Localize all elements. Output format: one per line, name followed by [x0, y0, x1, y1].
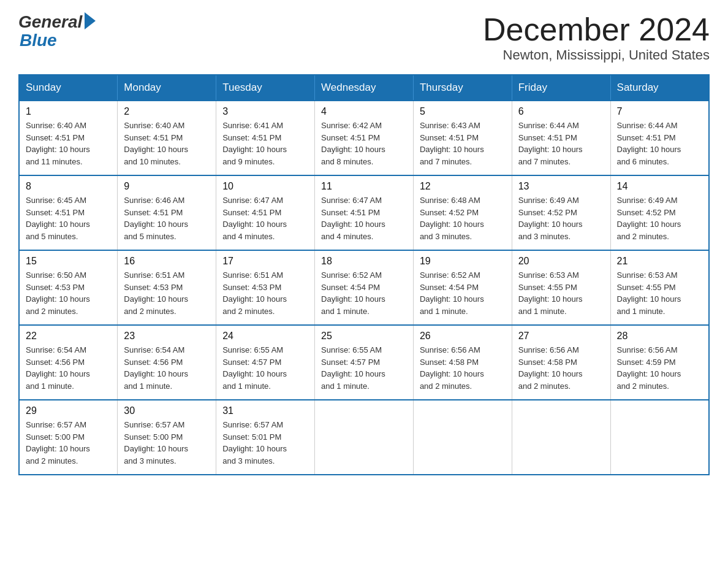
calendar-cell: 24Sunrise: 6:55 AMSunset: 4:57 PMDayligh…: [216, 325, 315, 400]
logo: General Blue: [18, 12, 96, 49]
logo-arrow-icon: [85, 12, 96, 29]
calendar-cell: 16Sunrise: 6:51 AMSunset: 4:53 PMDayligh…: [118, 250, 216, 325]
header-saturday: Saturday: [610, 75, 709, 101]
day-number: 17: [222, 256, 308, 267]
day-number: 10: [222, 181, 308, 192]
day-info: Sunrise: 6:50 AMSunset: 4:53 PMDaylight:…: [26, 269, 111, 317]
day-number: 23: [124, 331, 210, 342]
day-number: 25: [321, 331, 407, 342]
calendar-cell: 10Sunrise: 6:47 AMSunset: 4:51 PMDayligh…: [216, 175, 315, 250]
day-info: Sunrise: 6:40 AMSunset: 4:51 PMDaylight:…: [26, 120, 111, 167]
calendar-cell: [315, 400, 414, 475]
day-number: 14: [617, 181, 702, 192]
day-info: Sunrise: 6:54 AMSunset: 4:56 PMDaylight:…: [26, 344, 111, 392]
day-number: 11: [321, 181, 407, 192]
calendar-week-2: 8Sunrise: 6:45 AMSunset: 4:51 PMDaylight…: [19, 175, 709, 250]
page-subtitle: Newton, Mississippi, United States: [483, 47, 710, 63]
day-number: 21: [617, 256, 702, 267]
day-number: 4: [321, 106, 407, 117]
day-info: Sunrise: 6:48 AMSunset: 4:52 PMDaylight:…: [420, 194, 506, 242]
day-number: 27: [518, 331, 604, 342]
calendar-cell: 31Sunrise: 6:57 AMSunset: 5:01 PMDayligh…: [216, 400, 315, 475]
day-info: Sunrise: 6:49 AMSunset: 4:52 PMDaylight:…: [518, 194, 604, 242]
day-number: 22: [26, 331, 111, 342]
day-info: Sunrise: 6:52 AMSunset: 4:54 PMDaylight:…: [321, 269, 407, 317]
day-number: 28: [617, 331, 702, 342]
day-info: Sunrise: 6:43 AMSunset: 4:51 PMDaylight:…: [420, 120, 506, 167]
day-info: Sunrise: 6:49 AMSunset: 4:52 PMDaylight:…: [617, 194, 702, 242]
logo-general-text: General: [18, 12, 82, 32]
day-number: 30: [124, 405, 210, 416]
calendar-cell: 6Sunrise: 6:44 AMSunset: 4:51 PMDaylight…: [512, 101, 610, 175]
day-info: Sunrise: 6:51 AMSunset: 4:53 PMDaylight:…: [124, 269, 210, 317]
day-info: Sunrise: 6:40 AMSunset: 4:51 PMDaylight:…: [124, 120, 210, 167]
day-info: Sunrise: 6:51 AMSunset: 4:53 PMDaylight:…: [222, 269, 308, 317]
day-info: Sunrise: 6:47 AMSunset: 4:51 PMDaylight:…: [321, 194, 407, 242]
day-info: Sunrise: 6:56 AMSunset: 4:59 PMDaylight:…: [617, 344, 702, 392]
day-number: 31: [222, 405, 308, 416]
day-info: Sunrise: 6:57 AMSunset: 5:00 PMDaylight:…: [26, 419, 111, 467]
calendar-cell: 21Sunrise: 6:53 AMSunset: 4:55 PMDayligh…: [610, 250, 709, 325]
calendar-cell: 14Sunrise: 6:49 AMSunset: 4:52 PMDayligh…: [610, 175, 709, 250]
calendar-cell: 25Sunrise: 6:55 AMSunset: 4:57 PMDayligh…: [315, 325, 414, 400]
day-info: Sunrise: 6:55 AMSunset: 4:57 PMDaylight:…: [222, 344, 308, 392]
header-wednesday: Wednesday: [315, 75, 414, 101]
calendar-cell: 7Sunrise: 6:44 AMSunset: 4:51 PMDaylight…: [610, 101, 709, 175]
calendar-cell: [512, 400, 610, 475]
calendar-cell: 30Sunrise: 6:57 AMSunset: 5:00 PMDayligh…: [118, 400, 216, 475]
page-header: General Blue December 2024 Newton, Missi…: [18, 12, 710, 63]
calendar-week-3: 15Sunrise: 6:50 AMSunset: 4:53 PMDayligh…: [19, 250, 709, 325]
calendar-cell: 28Sunrise: 6:56 AMSunset: 4:59 PMDayligh…: [610, 325, 709, 400]
day-number: 15: [26, 256, 111, 267]
calendar-week-4: 22Sunrise: 6:54 AMSunset: 4:56 PMDayligh…: [19, 325, 709, 400]
day-number: 24: [222, 331, 308, 342]
day-info: Sunrise: 6:44 AMSunset: 4:51 PMDaylight:…: [617, 120, 702, 167]
header-sunday: Sunday: [19, 75, 118, 101]
calendar-cell: 17Sunrise: 6:51 AMSunset: 4:53 PMDayligh…: [216, 250, 315, 325]
day-number: 6: [518, 106, 604, 117]
day-info: Sunrise: 6:56 AMSunset: 4:58 PMDaylight:…: [518, 344, 604, 392]
calendar-week-5: 29Sunrise: 6:57 AMSunset: 5:00 PMDayligh…: [19, 400, 709, 475]
day-info: Sunrise: 6:57 AMSunset: 5:01 PMDaylight:…: [222, 419, 308, 467]
day-number: 8: [26, 181, 111, 192]
day-number: 3: [222, 106, 308, 117]
calendar-cell: [413, 400, 512, 475]
calendar-cell: 9Sunrise: 6:46 AMSunset: 4:51 PMDaylight…: [118, 175, 216, 250]
calendar-cell: [610, 400, 709, 475]
calendar-cell: 19Sunrise: 6:52 AMSunset: 4:54 PMDayligh…: [413, 250, 512, 325]
page-title: December 2024: [483, 12, 710, 47]
calendar-cell: 2Sunrise: 6:40 AMSunset: 4:51 PMDaylight…: [118, 101, 216, 175]
day-info: Sunrise: 6:53 AMSunset: 4:55 PMDaylight:…: [617, 269, 702, 317]
header-friday: Friday: [512, 75, 610, 101]
day-number: 2: [124, 106, 210, 117]
day-number: 18: [321, 256, 407, 267]
calendar-cell: 26Sunrise: 6:56 AMSunset: 4:58 PMDayligh…: [413, 325, 512, 400]
calendar-cell: 15Sunrise: 6:50 AMSunset: 4:53 PMDayligh…: [19, 250, 118, 325]
day-info: Sunrise: 6:53 AMSunset: 4:55 PMDaylight:…: [518, 269, 604, 317]
calendar-cell: 20Sunrise: 6:53 AMSunset: 4:55 PMDayligh…: [512, 250, 610, 325]
day-info: Sunrise: 6:46 AMSunset: 4:51 PMDaylight:…: [124, 194, 210, 242]
day-number: 1: [26, 106, 111, 117]
day-number: 29: [26, 405, 111, 416]
calendar-cell: 27Sunrise: 6:56 AMSunset: 4:58 PMDayligh…: [512, 325, 610, 400]
calendar-cell: 8Sunrise: 6:45 AMSunset: 4:51 PMDaylight…: [19, 175, 118, 250]
day-info: Sunrise: 6:54 AMSunset: 4:56 PMDaylight:…: [124, 344, 210, 392]
day-info: Sunrise: 6:41 AMSunset: 4:51 PMDaylight:…: [222, 120, 308, 167]
calendar-table: Sunday Monday Tuesday Wednesday Thursday…: [18, 74, 710, 475]
calendar-cell: 4Sunrise: 6:42 AMSunset: 4:51 PMDaylight…: [315, 101, 414, 175]
header-thursday: Thursday: [413, 75, 512, 101]
day-info: Sunrise: 6:45 AMSunset: 4:51 PMDaylight:…: [26, 194, 111, 242]
calendar-cell: 12Sunrise: 6:48 AMSunset: 4:52 PMDayligh…: [413, 175, 512, 250]
day-number: 13: [518, 181, 604, 192]
day-number: 7: [617, 106, 702, 117]
day-info: Sunrise: 6:55 AMSunset: 4:57 PMDaylight:…: [321, 344, 407, 392]
day-number: 16: [124, 256, 210, 267]
day-info: Sunrise: 6:42 AMSunset: 4:51 PMDaylight:…: [321, 120, 407, 167]
day-number: 12: [420, 181, 506, 192]
calendar-header-row: Sunday Monday Tuesday Wednesday Thursday…: [19, 75, 709, 101]
day-number: 5: [420, 106, 506, 117]
calendar-week-1: 1Sunrise: 6:40 AMSunset: 4:51 PMDaylight…: [19, 101, 709, 175]
day-info: Sunrise: 6:56 AMSunset: 4:58 PMDaylight:…: [420, 344, 506, 392]
day-number: 20: [518, 256, 604, 267]
calendar-cell: 1Sunrise: 6:40 AMSunset: 4:51 PMDaylight…: [19, 101, 118, 175]
